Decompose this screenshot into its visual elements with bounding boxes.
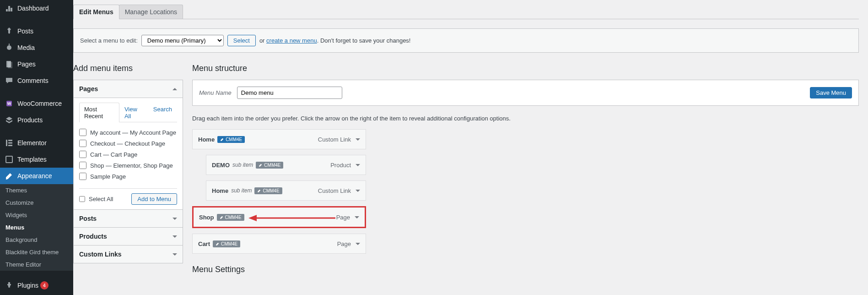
sidebar-item-comments[interactable]: Comments (0, 72, 73, 89)
svg-marker-9 (248, 215, 257, 221)
sidebar-item-dashboard[interactable]: Dashboard (0, 0, 73, 16)
sidebar-item-media[interactable]: Media (0, 39, 73, 56)
cmm4e-badge[interactable]: CMM4E (254, 187, 282, 194)
add-items-accordion: Pages Most Recent View All Search My acc… (73, 80, 183, 263)
select-or-text: or create a new menu. Don't forget to sa… (259, 37, 411, 44)
svg-rect-6 (8, 145, 12, 146)
main-content: Edit Menus Manage Locations Select a men… (73, 0, 868, 295)
sub-menus[interactable]: Menus (0, 221, 73, 234)
sidebar-label: Comments (17, 77, 49, 84)
sub-background[interactable]: Background (0, 234, 73, 246)
sidebar-label: Plugins (17, 282, 38, 289)
pages-icon (5, 60, 14, 69)
menu-item-type: Custom Link (318, 187, 351, 194)
select-all-checkbox[interactable] (79, 196, 85, 202)
add-menu-items-title: Add menu items (73, 64, 183, 73)
checkbox-shop[interactable] (79, 162, 86, 169)
menu-item-type: Page (337, 240, 351, 247)
menu-item-title: Shop (199, 214, 214, 221)
menu-item-type: Custom Link (318, 136, 351, 143)
sub-themes[interactable]: Themes (0, 184, 73, 197)
tab-manage-locations[interactable]: Manage Locations (119, 5, 183, 19)
chevron-up-icon (173, 88, 177, 90)
menu-item-title: Home (198, 136, 215, 143)
cmm4e-badge[interactable]: CMM4E (213, 240, 240, 247)
checkbox-checkout[interactable] (79, 140, 86, 147)
menu-name-input[interactable] (237, 87, 342, 99)
plugins-count-badge: 4 (40, 281, 49, 290)
chevron-down-icon (173, 253, 177, 256)
sidebar-label: Dashboard (17, 5, 49, 12)
menu-name-row: Menu Name Save Menu (192, 80, 859, 106)
cmm4e-badge[interactable]: CMM4E (217, 136, 245, 143)
chevron-down-icon[interactable] (356, 190, 360, 192)
page-item-label: Cart — Cart Page (90, 151, 137, 158)
sidebar-label: Elementor (17, 139, 47, 147)
sub-blacklite[interactable]: Blacklite Gird theme (0, 246, 73, 258)
elementor-icon (5, 138, 14, 148)
pages-accordion-body: Most Recent View All Search My account —… (74, 98, 183, 210)
svg-rect-7 (6, 156, 12, 163)
sub-customize[interactable]: Customize (0, 197, 73, 209)
dashboard-icon (5, 4, 14, 13)
sub-widgets[interactable]: Widgets (0, 209, 73, 221)
menu-item-demo[interactable]: DEMO sub item CMM4E Product (206, 155, 366, 175)
select-menu-row: Select a menu to edit: Demo menu (Primar… (73, 28, 859, 53)
svg-rect-2 (8, 62, 12, 68)
chevron-down-icon[interactable] (356, 243, 360, 245)
sidebar-item-plugins[interactable]: Plugins 4 (0, 277, 73, 294)
sub-item-label: sub item (232, 162, 253, 168)
save-menu-button[interactable]: Save Menu (810, 87, 852, 98)
chevron-down-icon (173, 218, 177, 220)
chevron-down-icon[interactable] (356, 164, 360, 166)
inner-tab-search[interactable]: Search (148, 103, 177, 122)
sidebar-item-pages[interactable]: Pages (0, 56, 73, 72)
chevron-down-icon[interactable] (356, 138, 360, 141)
inner-tab-recent[interactable]: Most Recent (79, 103, 119, 122)
create-new-menu-link[interactable]: create a new menu (266, 37, 317, 44)
sidebar-label: WooCommerce (17, 100, 62, 107)
menu-item-cart[interactable]: Cart CMM4E Page (192, 234, 366, 254)
accordion-custom-links[interactable]: Custom Links (74, 246, 183, 263)
pin-icon (5, 27, 14, 36)
cmm4e-badge[interactable]: CMM4E (217, 214, 244, 221)
checkbox-sample[interactable] (79, 173, 86, 180)
page-item-label: Checkout — Checkout Page (90, 140, 165, 147)
sidebar-item-elementor[interactable]: Elementor (0, 135, 73, 151)
sidebar-item-appearance[interactable]: Appearance (0, 168, 73, 184)
sidebar-item-woocommerce[interactable]: W WooCommerce (0, 95, 73, 112)
inner-tab-viewall[interactable]: View All (119, 103, 148, 122)
menu-dropdown[interactable]: Demo menu (Primary) (141, 35, 224, 46)
sidebar-label: Products (17, 116, 43, 124)
sidebar-item-posts[interactable]: Posts (0, 23, 73, 39)
accordion-products[interactable]: Products (74, 228, 183, 246)
menu-items-area: Home CMM4E Custom Link DEMO sub item CMM… (192, 129, 366, 254)
accordion-pages[interactable]: Pages (74, 80, 183, 98)
menu-item-home-sub[interactable]: Home sub item CMM4E Custom Link (206, 180, 366, 201)
sub-theme-editor[interactable]: Theme Editor (0, 258, 73, 271)
select-button[interactable]: Select (227, 35, 256, 46)
page-item-label: My account — My Account Page (90, 129, 176, 136)
chevron-down-icon[interactable] (355, 216, 359, 219)
tab-edit-menus[interactable]: Edit Menus (73, 5, 119, 19)
menu-item-title: DEMO (212, 162, 230, 169)
menu-settings-title: Menu Settings (192, 265, 859, 274)
annotation-arrow-icon (248, 214, 335, 222)
sidebar-label: Pages (17, 60, 36, 68)
menu-name-label: Menu Name (199, 89, 232, 96)
menu-structure-title: Menu structure (192, 64, 859, 73)
pages-check-list: My account — My Account Page Checkout — … (79, 127, 177, 182)
instructions-text: Drag each item into the order you prefer… (192, 115, 859, 122)
sidebar-item-products[interactable]: Products (0, 112, 73, 128)
menu-item-shop[interactable]: Shop CMM4E Page (192, 206, 366, 228)
cmm4e-badge[interactable]: CMM4E (256, 162, 283, 169)
chevron-down-icon (173, 235, 177, 238)
svg-rect-5 (8, 142, 12, 144)
add-to-menu-button[interactable]: Add to Menu (131, 193, 177, 205)
accordion-posts[interactable]: Posts (74, 210, 183, 228)
checkbox-myaccount[interactable] (79, 129, 86, 136)
svg-point-0 (7, 45, 11, 50)
menu-item-home[interactable]: Home CMM4E Custom Link (192, 129, 366, 149)
sidebar-item-templates[interactable]: Templates (0, 151, 73, 168)
checkbox-cart[interactable] (79, 151, 86, 158)
